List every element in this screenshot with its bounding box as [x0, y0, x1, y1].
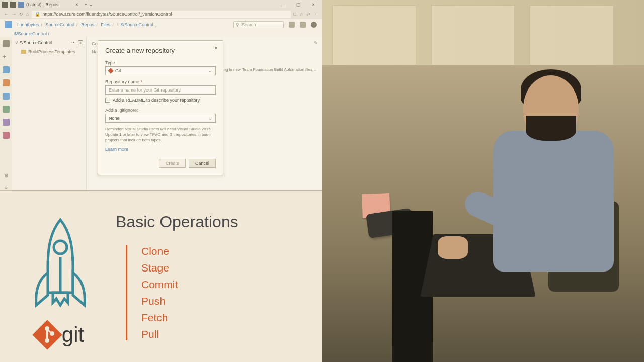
reader-icon[interactable]: □ [294, 12, 296, 17]
gitignore-select[interactable]: None ⌄ [105, 114, 216, 123]
window-close-icon[interactable]: × [307, 2, 320, 7]
nav-overview-icon[interactable] [3, 40, 10, 47]
nav-refresh-icon[interactable]: ↻ [19, 12, 23, 17]
hero-photo [322, 0, 644, 362]
commit-message: Checking in new Team Foundation Build Au… [211, 67, 316, 72]
op-pull: Pull [141, 328, 238, 340]
svg-point-0 [54, 241, 67, 254]
breadcrumb-org[interactable]: fluentbytes [17, 22, 39, 27]
readme-label: Add a README to describe your repository [113, 98, 200, 103]
source-tree: ⑂ $/SourceControl ⋯ + BuildProcessTempla… [12, 37, 87, 190]
azure-devops-logo[interactable] [5, 21, 12, 28]
window-maximize-icon[interactable]: ▢ [292, 2, 305, 7]
nav-repos-icon[interactable] [3, 79, 10, 86]
op-fetch: Fetch [141, 312, 238, 324]
address-bar[interactable]: 🔒 https://dev.azure.com/fluentbytes/Sour… [32, 11, 290, 18]
nav-forward-icon: → [12, 12, 16, 17]
git-wordmark: git [62, 323, 84, 347]
repo-name-label: Repository name [105, 79, 216, 84]
readme-checkbox[interactable] [105, 98, 110, 103]
new-tab-button[interactable]: + [85, 2, 87, 7]
nav-extension-icon[interactable] [3, 132, 10, 139]
breadcrumb-repos[interactable]: Repos [81, 22, 94, 27]
cancel-button[interactable]: Cancel [189, 159, 216, 168]
folder-icon [21, 50, 26, 54]
favorites-bar-icon[interactable]: ⇄ [306, 12, 310, 17]
search-input[interactable]: ⚲ Search [233, 21, 284, 28]
settings-icon[interactable]: ⋯ [313, 12, 318, 17]
nav-add-icon[interactable]: + [3, 53, 10, 60]
op-push: Push [141, 295, 238, 307]
content-pane: ✎ Con Nam Checking in new Team Foundatio… [87, 37, 322, 190]
app-icon [2, 2, 8, 8]
breadcrumb: fluentbytes/ SourceControl/ Repos/ Files… [17, 22, 157, 27]
git-icon [108, 68, 113, 73]
tree-more-icon[interactable]: ⋯ [71, 40, 76, 45]
chevron-down-icon: ⌄ [208, 68, 212, 73]
branch-icon: ⑂ [117, 22, 119, 27]
branch-icon: ⑂ [15, 40, 18, 45]
search-icon: ⚲ [236, 22, 239, 27]
favorite-icon[interactable]: ☆ [299, 12, 303, 17]
marketplace-icon[interactable] [300, 22, 306, 28]
learn-more-link[interactable]: Learn more [105, 147, 128, 152]
slide-title: Basic Operations [116, 213, 238, 231]
op-stage: Stage [141, 262, 238, 274]
chevron-down-icon[interactable]: ⌄ [154, 22, 157, 27]
operations-list: Clone Stage Commit Push Fetch Pull [126, 245, 238, 340]
app-icon [10, 2, 16, 8]
op-clone: Clone [141, 245, 238, 257]
tab-close-icon[interactable]: × [76, 2, 78, 7]
git-logo-icon [32, 320, 62, 349]
nav-back-icon[interactable]: ← [4, 12, 9, 17]
browser-tab-title[interactable]: (Latest) - Repos [26, 2, 59, 7]
repo-name-input[interactable]: Enter a name for your Git repository [105, 85, 216, 95]
tree-add-icon[interactable]: + [78, 40, 83, 45]
left-nav-rail: + ⚙ » [0, 37, 12, 190]
nav-pipelines-icon[interactable] [3, 93, 10, 100]
rocket-icon [25, 217, 96, 318]
inbox-icon[interactable] [289, 22, 295, 28]
lock-icon: 🔒 [35, 12, 40, 17]
breadcrumb-repo[interactable]: $/SourceControl [121, 22, 153, 27]
dialog-title: Create a new repository [105, 47, 216, 54]
browser-chrome: (Latest) - Repos × + ⌄ — ▢ × ← → ↻ ⌂ 🔒 h… [0, 0, 322, 19]
create-button[interactable]: Create [159, 159, 186, 168]
devops-shell: fluentbytes/ SourceControl/ Repos/ Files… [0, 19, 322, 191]
edit-icon[interactable]: ✎ [314, 40, 318, 46]
presentation-slide: git Basic Operations Clone Stage Commit … [0, 191, 322, 362]
tree-root[interactable]: $/SourceControl [20, 40, 52, 45]
vs-icon [18, 2, 24, 8]
tree-item[interactable]: BuildProcessTemplates [15, 48, 83, 55]
path-breadcrumb[interactable]: $/SourceControl / [0, 30, 322, 37]
create-repo-dialog: × Create a new repository Type Git ⌄ Rep… [98, 40, 223, 175]
user-avatar[interactable] [311, 22, 317, 28]
breadcrumb-files[interactable]: Files [101, 22, 110, 27]
type-select[interactable]: Git ⌄ [105, 66, 216, 75]
tab-overflow-icon[interactable]: ⌄ [89, 2, 93, 7]
gitignore-label: Add a .gitignore: [105, 108, 216, 113]
op-commit: Commit [141, 279, 238, 291]
nav-settings-icon[interactable]: ⚙ [4, 173, 9, 178]
nav-boards-icon[interactable] [3, 66, 10, 73]
reminder-text: Reminder: Visual Studio users will need … [105, 127, 216, 143]
type-label: Type [105, 60, 216, 65]
close-icon[interactable]: × [214, 45, 218, 52]
nav-testplans-icon[interactable] [3, 106, 10, 113]
nav-home-icon[interactable]: ⌂ [26, 12, 29, 17]
breadcrumb-project[interactable]: SourceControl [46, 22, 75, 27]
window-minimize-icon[interactable]: — [277, 2, 290, 7]
chevron-down-icon: ⌄ [208, 116, 212, 121]
nav-artifacts-icon[interactable] [3, 119, 10, 126]
nav-collapse-icon[interactable]: » [5, 185, 8, 190]
